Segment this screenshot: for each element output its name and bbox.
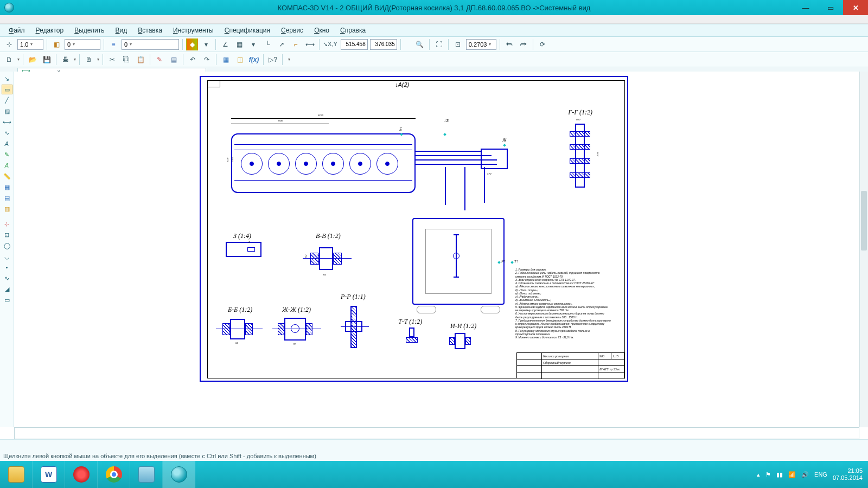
new-icon[interactable]: 🗋 (3, 54, 15, 66)
vtool-chamfer-icon[interactable]: ◢ (2, 284, 12, 294)
vertical-scrollbar[interactable] (859, 72, 868, 427)
coord-y[interactable]: 376.035 (370, 39, 397, 50)
zoom-in-icon[interactable]: 🔍 (414, 38, 426, 50)
cut-icon[interactable]: ✂ (106, 54, 118, 66)
technical-notes: 1. Размеры для справок.2. Подшипниковые … (515, 268, 624, 339)
vtool-line-icon[interactable]: ╱ (2, 95, 12, 105)
fx-icon[interactable]: f(x) (248, 54, 260, 66)
menu-help[interactable]: Справка (336, 25, 370, 35)
menu-spec[interactable]: Спецификация (220, 25, 275, 35)
vtool-text-icon[interactable]: A (2, 139, 12, 149)
taskbar-word[interactable]: W (33, 461, 65, 488)
layer-icon[interactable]: ◧ (50, 38, 62, 50)
undo-icon[interactable]: ↶ (187, 54, 199, 66)
vtool-measure-icon[interactable]: 📏 (2, 171, 12, 181)
snap-icon[interactable]: ⊹ (3, 38, 15, 50)
tray-vol-icon[interactable]: 🔊 (801, 471, 809, 478)
print-icon[interactable]: 🖶 (60, 54, 72, 66)
taskbar-kompas[interactable] (163, 461, 195, 488)
brush-icon[interactable]: ✎ (154, 54, 165, 66)
taskbar-explorer[interactable] (0, 461, 33, 488)
redraw-icon[interactable]: ⟳ (537, 38, 548, 50)
vtool-hatch-icon[interactable]: ▨ (2, 106, 12, 116)
lcs-icon[interactable]: ⌐ (290, 38, 302, 50)
help-icon[interactable]: ▷? (267, 54, 279, 66)
prev-view-icon[interactable]: ⮪ (503, 38, 515, 50)
combo2-value: 0 (67, 41, 71, 48)
tray-net-icon[interactable]: ▮▮ (776, 471, 783, 478)
app-icon (4, 3, 14, 12)
vtool-select-icon[interactable]: ▭ (2, 85, 12, 94)
redo-icon[interactable]: ↷ (201, 54, 213, 66)
open-icon[interactable]: 📂 (27, 54, 39, 66)
vtool-snap-icon[interactable]: ⊹ (2, 219, 12, 229)
tray-wifi-icon[interactable]: 📶 (788, 471, 796, 478)
vtool-table-icon[interactable]: ▦ (2, 182, 12, 192)
dim-icon[interactable]: ⟷ (304, 38, 316, 50)
label-z: З (1:4) (233, 232, 251, 240)
minimize-button[interactable] (793, 0, 818, 15)
vtool-circle-icon[interactable]: ◯ (2, 241, 12, 251)
linetype-icon[interactable]: ≡ (107, 38, 119, 50)
status-bar: Щелкните левой кнопкой мыши на объекте д… (0, 439, 868, 461)
preview-icon[interactable]: 🗎 (83, 54, 95, 66)
tangent-icon[interactable]: ↗ (276, 38, 288, 50)
vtool-rect-icon[interactable]: ▭ (2, 295, 12, 305)
tray-flag-icon[interactable]: ⚑ (765, 471, 771, 478)
menu-select[interactable]: Выделить (70, 25, 108, 35)
dd2-icon[interactable]: ▾ (247, 38, 259, 50)
menu-file[interactable]: Файл (4, 25, 29, 35)
ortho-icon[interactable]: └ (261, 38, 273, 50)
vtool-report-icon[interactable]: ▥ (2, 204, 12, 214)
detail-zhzh: 72 (272, 316, 321, 345)
next-view-icon[interactable]: ⮫ (518, 38, 529, 50)
drawing-canvas[interactable]: ↓А(2) 6160 3640 (14, 72, 859, 427)
taskbar-chrome[interactable] (98, 461, 130, 488)
mark-zh: Ж (502, 138, 506, 143)
maximize-button[interactable] (818, 0, 843, 15)
vtool-rough-icon[interactable]: ∿ (2, 128, 12, 138)
vtool-aux-icon[interactable]: ⊡ (2, 230, 12, 240)
titlebar: КОМПАС-3D V14 - 2 ОБЩИЙ ВИД(Роторная кос… (0, 0, 868, 15)
menu-window[interactable]: Окно (310, 25, 334, 35)
mgr1-icon[interactable]: ▦ (220, 54, 232, 66)
combo-3[interactable]: 0▾ (122, 39, 179, 50)
vtool-arrow-icon[interactable]: ↘ (2, 74, 12, 84)
side-view: Р↑ Т↑ (401, 207, 515, 316)
command-input[interactable] (14, 427, 859, 439)
menu-editor[interactable]: Редактор (31, 25, 68, 35)
props-icon[interactable]: ▤ (168, 54, 180, 66)
save-icon[interactable]: 💾 (41, 54, 53, 66)
menu-service[interactable]: Сервис (277, 25, 308, 35)
close-button[interactable] (843, 0, 868, 15)
scale-combo[interactable]: 1.0▾ (17, 39, 43, 50)
vtool-point-icon[interactable]: • (2, 262, 12, 272)
tray-time: 21:05 (833, 467, 863, 474)
menu-view[interactable]: Вид (111, 25, 132, 35)
vtool-arc-icon[interactable]: ◡ (2, 252, 12, 261)
vtool-edit-icon[interactable]: ✎ (2, 150, 12, 159)
vtool-spline-icon[interactable]: ∿ (2, 273, 12, 283)
copy-icon[interactable]: ⿻ (120, 54, 132, 66)
vtool-param-icon[interactable]: A (2, 160, 12, 170)
grid-icon[interactable]: ▦ (233, 38, 245, 50)
tray-lang[interactable]: ENG (814, 471, 827, 478)
menu-tools[interactable]: Инструменты (169, 25, 218, 35)
color-icon[interactable]: ◆ (186, 38, 198, 50)
zoom-combo[interactable]: 0.2703▾ (466, 39, 496, 50)
taskbar-generic[interactable] (130, 461, 163, 488)
zoom-fit-icon[interactable]: ⊡ (452, 38, 464, 50)
paste-icon[interactable]: 📋 (135, 54, 146, 66)
taskbar-opera[interactable] (65, 461, 98, 488)
combo-2[interactable]: 0▾ (65, 39, 100, 50)
menu-insert[interactable]: Вставка (133, 25, 167, 35)
mgr2-icon[interactable]: ◫ (234, 54, 246, 66)
coord-x[interactable]: 515.458 (341, 39, 368, 50)
angle-icon[interactable]: ∠ (219, 38, 231, 50)
tray-up-icon[interactable]: ▴ (757, 471, 760, 478)
vtool-dim-icon[interactable]: ⟷ (2, 117, 12, 127)
dd1-icon[interactable]: ▾ (200, 38, 212, 50)
vtool-spec-icon[interactable]: ▤ (2, 193, 12, 203)
zoom-window-icon[interactable]: ⛶ (433, 38, 445, 50)
tray-clock[interactable]: 21:05 07.05.2014 (833, 467, 863, 481)
